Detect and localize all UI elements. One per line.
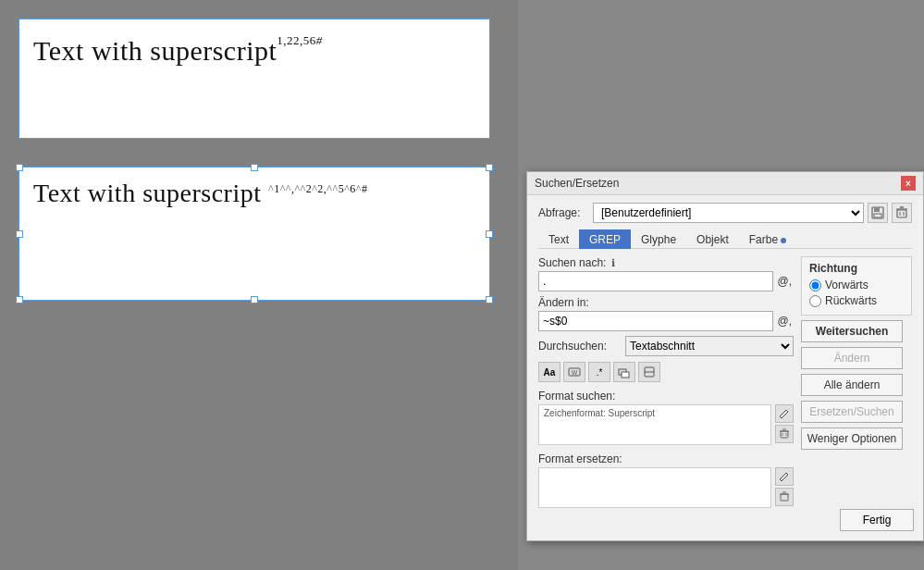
regex-btn[interactable]: .*	[588, 362, 610, 382]
aendern-input-wrap: @,	[538, 311, 794, 331]
aendern-in-label: Ändern in:	[538, 296, 622, 309]
tab-text[interactable]: Text	[538, 229, 579, 249]
handle-top-right[interactable]	[486, 164, 493, 171]
tab-glyphe[interactable]: Glyphe	[631, 229, 686, 249]
suchen-at-btn[interactable]: @,	[775, 275, 794, 288]
dialog-title: Suchen/Ersetzen	[535, 177, 619, 190]
zeichenformat-label: Zeichenformat: Superscript	[544, 408, 766, 418]
dialog-body: Abfrage: [Benutzerdefiniert]	[527, 195, 923, 523]
rueckwaerts-row: Rückwärts	[809, 294, 904, 307]
fertig-row: Fertig	[840, 509, 914, 531]
vorwaerts-radio[interactable]	[809, 279, 821, 291]
rueckwaerts-label: Rückwärts	[825, 294, 877, 307]
suchen-nach-input[interactable]	[538, 271, 773, 291]
svg-text:W: W	[572, 369, 578, 376]
main-content-area: Suchen nach: ℹ @, Ändern in:	[538, 256, 912, 515]
tab-objekt[interactable]: Objekt	[686, 229, 739, 249]
durchsuchen-select[interactable]: Textabschnitt	[625, 336, 794, 356]
include-hidden-btn[interactable]	[613, 362, 635, 382]
format-ersetzen-trash-btn[interactable]	[775, 488, 794, 506]
textbox1-content: Text with superscript1,22,56#	[19, 19, 489, 81]
handle-mid-left[interactable]	[16, 230, 23, 238]
abfrage-delete-btn[interactable]	[892, 203, 912, 223]
svg-rect-11	[622, 372, 629, 378]
format-ersetzen-wrapper	[538, 467, 794, 508]
format-ersetzen-section: Format ersetzen:	[538, 452, 794, 508]
durchsuchen-row: Durchsuchen: Textabschnitt	[538, 336, 794, 356]
format-ersetzen-btns	[775, 467, 794, 506]
weniger-optionen-button[interactable]: Weniger Optionen	[801, 428, 903, 450]
suchen-nach-input-row: @,	[538, 271, 794, 291]
svg-line-14	[786, 410, 788, 412]
search-replace-dialog: Suchen/Ersetzen × Abfrage: [Benutzerdefi…	[526, 171, 924, 541]
richtung-label: Richtung	[809, 262, 904, 275]
handle-top-left[interactable]	[16, 164, 23, 171]
aendern-in-label-row: Ändern in:	[538, 296, 794, 309]
vorwaerts-row: Vorwärts	[809, 279, 904, 291]
aendern-at-btn[interactable]: @,	[775, 315, 794, 328]
format-ersetzen-label: Format ersetzen:	[538, 452, 794, 465]
vorwaerts-label: Vorwärts	[825, 279, 869, 291]
dialog-title-bar: Suchen/Ersetzen ×	[527, 172, 923, 195]
right-panel: Richtung Vorwärts Rückwärts Weitersuchen…	[801, 256, 912, 515]
format-ersetzen-pencil-btn[interactable]	[775, 467, 794, 486]
textbox1-main-text: Text with superscript	[33, 35, 277, 66]
format-suchen-section: Format suchen: Zeichenformat: Superscrip…	[538, 390, 794, 445]
include-master-btn[interactable]	[638, 362, 660, 382]
rueckwaerts-radio[interactable]	[809, 295, 821, 307]
toolbar-icons-row: Aa W .*	[538, 362, 794, 382]
format-suchen-wrapper: Zeichenformat: Superscript	[538, 404, 794, 445]
svg-rect-15	[781, 431, 788, 438]
handle-mid-right[interactable]	[486, 230, 493, 238]
textbox2-main-text: Text with superscript	[33, 179, 268, 207]
abfrage-save-btn[interactable]	[868, 203, 888, 223]
whole-word-btn[interactable]: W	[563, 362, 585, 382]
format-suchen-btns	[775, 404, 794, 443]
tabs-row: Text GREP Glyphe Objekt Farbe	[538, 229, 912, 249]
aendern-button[interactable]: Ändern	[801, 347, 903, 369]
richtung-box: Richtung Vorwärts Rückwärts	[801, 256, 912, 316]
alle-aendern-button[interactable]: Alle ändern	[801, 374, 903, 396]
suchen-input-wrap: @,	[538, 271, 794, 291]
handle-bot-right[interactable]	[486, 296, 493, 304]
text-box-1[interactable]: Text with superscript1,22,56#	[18, 19, 490, 139]
weitersuchen-button[interactable]: Weitersuchen	[801, 320, 903, 342]
tab-grep[interactable]: GREP	[579, 229, 631, 249]
farbe-dot	[781, 238, 786, 243]
handle-bot-left[interactable]	[16, 296, 23, 304]
suchen-nach-row: Suchen nach: ℹ	[538, 256, 794, 269]
suchen-nach-label: Suchen nach: ℹ	[538, 256, 622, 269]
handle-top-mid[interactable]	[251, 164, 258, 171]
abfrage-select[interactable]: [Benutzerdefiniert]	[593, 203, 864, 223]
fertig-button[interactable]: Fertig	[840, 509, 914, 531]
canvas-area: Text with superscript1,22,56# Text with …	[0, 0, 518, 570]
svg-rect-1	[874, 207, 880, 212]
svg-rect-2	[874, 214, 881, 217]
svg-rect-3	[897, 210, 906, 217]
abfrage-row: Abfrage: [Benutzerdefiniert]	[538, 203, 912, 223]
format-suchen-pencil-btn[interactable]	[775, 404, 794, 423]
handle-bot-mid[interactable]	[251, 296, 258, 304]
durchsuchen-label: Durchsuchen:	[538, 340, 622, 353]
text-box-2[interactable]: Text with superscript ^1^^,^^2^2,^^5^6^#	[18, 167, 490, 301]
aendern-in-input[interactable]	[538, 311, 773, 331]
tab-farbe[interactable]: Farbe	[739, 229, 796, 249]
format-suchen-box: Zeichenformat: Superscript	[538, 404, 771, 445]
svg-rect-20	[781, 494, 788, 501]
left-content: Suchen nach: ℹ @, Ändern in:	[538, 256, 794, 515]
textbox2-annotated: ^1^^,^^2^2,^^5^6^#	[268, 182, 367, 195]
case-sensitive-btn[interactable]: Aa	[538, 362, 561, 382]
dialog-close-button[interactable]: ×	[901, 176, 916, 191]
textbox1-superscript: 1,22,56#	[277, 39, 323, 53]
textbox2-content: Text with superscript ^1^^,^^2^2,^^5^6^#	[19, 167, 489, 222]
abfrage-label: Abfrage:	[538, 206, 589, 219]
ersetzen-suchen-button[interactable]: Ersetzen/Suchen	[801, 401, 903, 423]
suchen-help-icon: ℹ	[611, 257, 615, 268]
format-suchen-trash-btn[interactable]	[775, 425, 794, 443]
aendern-in-input-row: @,	[538, 311, 794, 331]
format-suchen-label: Format suchen:	[538, 390, 794, 403]
format-ersetzen-box	[538, 467, 771, 508]
